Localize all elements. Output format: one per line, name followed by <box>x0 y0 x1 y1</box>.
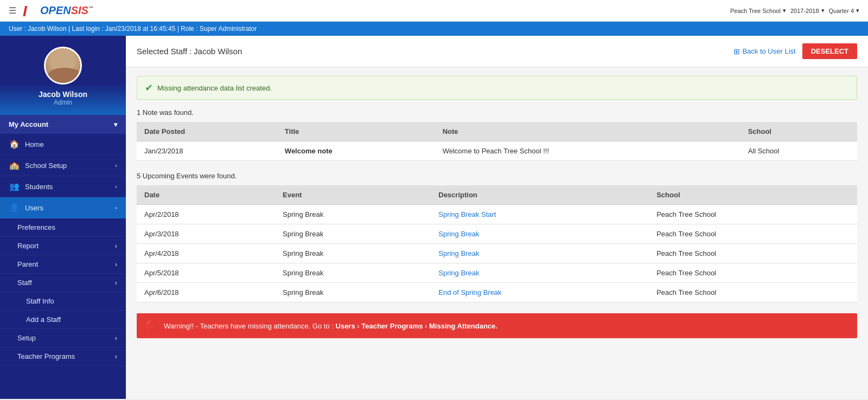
chevron-right-icon: › <box>115 279 117 287</box>
col-title: Title <box>277 122 435 141</box>
chevron-right-icon: › <box>115 334 117 342</box>
notes-count: 1 Note was found. <box>137 108 857 117</box>
sidebar-item-preferences[interactable]: Preferences <box>0 218 126 237</box>
notes-table-header: Date Posted Title Note School <box>137 122 857 141</box>
cell-event: Spring Break <box>275 244 431 263</box>
cell-description[interactable]: Spring Break <box>431 224 649 244</box>
sidebar-item-label: Teacher Programs <box>17 352 75 360</box>
sidebar-item-staff[interactable]: Staff › <box>0 274 126 292</box>
cell-school: Peach Tree School <box>649 205 857 224</box>
sidebar-item-setup[interactable]: Setup › <box>0 329 126 347</box>
check-icon: ✔ <box>145 82 153 94</box>
my-account-header[interactable]: My Account ▾ <box>0 115 126 134</box>
school-icon: 🏫 <box>9 160 20 170</box>
sidebar-item-label: Preferences <box>17 223 55 231</box>
chevron-right-icon: › <box>115 183 117 190</box>
top-nav-left: ☰ I OPENSIS™ <box>9 2 93 20</box>
school-label: Peach Tree School <box>730 8 781 14</box>
home-icon: 🏠 <box>9 139 20 149</box>
warning-text: Warning!! - Teachers have missing attend… <box>164 322 497 330</box>
table-row: Apr/2/2018 Spring Break Spring Break Sta… <box>137 205 857 224</box>
events-count: 5 Upcoming Events were found. <box>137 172 857 180</box>
events-table-header: Date Event Description School <box>137 185 857 205</box>
sidebar-item-home[interactable]: 🏠 Home <box>0 134 126 155</box>
warning-users-link[interactable]: Users <box>336 322 355 330</box>
students-icon: 👥 <box>9 182 20 191</box>
chevron-right-icon: › <box>115 352 117 360</box>
sidebar-item-label: Setup <box>17 334 36 342</box>
sidebar-item-students[interactable]: 👥 Students › <box>0 176 126 197</box>
sidebar-item-users[interactable]: 👤 Users › <box>0 197 126 218</box>
chevron-right-icon: › <box>115 242 117 250</box>
events-table: Date Event Description School Apr/2/2018… <box>137 185 857 302</box>
sidebar-item-report[interactable]: Report › <box>0 237 126 255</box>
profile-role: Admin <box>54 99 72 106</box>
cell-school: Peach Tree School <box>649 244 857 263</box>
quarter-dropdown[interactable]: Quarter 4 ▾ <box>829 7 859 14</box>
cell-event: Spring Break <box>275 263 431 283</box>
sidebar-item-label: Staff Info <box>26 297 54 305</box>
top-nav: ☰ I OPENSIS™ Peach Tree School ▾ 2017-20… <box>0 0 868 22</box>
cell-description[interactable]: Spring Break <box>431 244 649 263</box>
cell-title: Welcome note <box>277 141 435 161</box>
year-label: 2017-2018 <box>790 8 819 14</box>
info-bar: User : Jacob Wilson | Last login : Jan/2… <box>0 22 868 36</box>
avatar <box>44 47 82 85</box>
chevron-down-icon: ▾ <box>783 7 786 14</box>
sidebar-item-label: Users <box>25 204 43 212</box>
back-to-user-list-link[interactable]: Back to User List <box>733 47 795 56</box>
chevron-right-icon: › <box>115 260 117 268</box>
chevron-right-icon: › <box>115 162 117 169</box>
warning-icon: 🚫 <box>145 320 157 332</box>
sidebar-item-label: Add a Staff <box>26 315 61 324</box>
cell-event: Spring Break <box>275 283 431 302</box>
sidebar-item-teacher-programs[interactable]: Teacher Programs › <box>0 347 126 366</box>
chevron-down-icon: ▾ <box>114 121 117 128</box>
col-note: Note <box>435 122 741 141</box>
staff-header-label: Selected Staff : <box>137 47 192 56</box>
sidebar: Jacob Wilson Admin My Account ▾ 🏠 Home 🏫… <box>0 36 126 399</box>
col-description: Description <box>431 185 649 205</box>
cell-note: Welcome to Peach Tree School !!! <box>435 141 741 161</box>
info-text: User : Jacob Wilson | Last login : Jan/2… <box>9 25 257 33</box>
sidebar-item-school-setup[interactable]: 🏫 School Setup › <box>0 155 126 176</box>
table-row: Apr/4/2018 Spring Break Spring Break Pea… <box>137 244 857 263</box>
users-icon: 👤 <box>9 203 20 212</box>
profile-name: Jacob Wilson <box>39 90 87 99</box>
school-dropdown[interactable]: Peach Tree School ▾ <box>730 7 786 14</box>
table-row: Apr/5/2018 Spring Break Spring Break Pea… <box>137 263 857 283</box>
layout: Jacob Wilson Admin My Account ▾ 🏠 Home 🏫… <box>0 36 868 399</box>
quarter-label: Quarter 4 <box>829 8 854 14</box>
cell-date: Apr/5/2018 <box>137 263 275 283</box>
hamburger-icon[interactable]: ☰ <box>9 5 16 16</box>
warning-teacher-programs-link[interactable]: Teacher Programs <box>361 322 423 330</box>
table-row: Jan/23/2018 Welcome note Welcome to Peac… <box>137 141 857 161</box>
main-content: Selected Staff : Jacob Wilson Back to Us… <box>126 36 868 399</box>
cell-date: Apr/6/2018 <box>137 283 275 302</box>
sidebar-item-parent[interactable]: Parent › <box>0 255 126 274</box>
cell-description[interactable]: End of Spring Break <box>431 283 649 302</box>
logo-icon: I <box>23 2 42 20</box>
cell-description[interactable]: Spring Break Start <box>431 205 649 224</box>
sidebar-item-label: School Setup <box>25 162 67 170</box>
avatar-image <box>46 48 80 83</box>
warning-text-label: Warning!! - Teachers have missing attend… <box>164 322 334 330</box>
sidebar-item-label: Report <box>17 242 39 250</box>
sidebar-item-staff-info[interactable]: Staff Info <box>0 292 126 311</box>
cell-date: Apr/2/2018 <box>137 205 275 224</box>
year-dropdown[interactable]: 2017-2018 ▾ <box>790 7 825 14</box>
chevron-right-icon: › <box>115 204 117 211</box>
table-row: Apr/6/2018 Spring Break End of Spring Br… <box>137 283 857 302</box>
my-account-label: My Account <box>9 120 48 128</box>
sidebar-item-add-staff[interactable]: Add a Staff <box>0 311 126 329</box>
cell-school: All School <box>741 141 857 161</box>
staff-header-name: Jacob Wilson <box>194 47 242 56</box>
sidebar-nav: 🏠 Home 🏫 School Setup › 👥 Students › 👤 U… <box>0 134 126 366</box>
cell-school: Peach Tree School <box>649 263 857 283</box>
cell-school: Peach Tree School <box>649 224 857 244</box>
arrow-right-icon: › <box>425 322 429 330</box>
warning-missing-attendance-link[interactable]: Missing Attendance. <box>429 322 497 330</box>
col-date: Date <box>137 185 275 205</box>
deselect-button[interactable]: DESELECT <box>802 43 857 59</box>
cell-description[interactable]: Spring Break <box>431 263 649 283</box>
